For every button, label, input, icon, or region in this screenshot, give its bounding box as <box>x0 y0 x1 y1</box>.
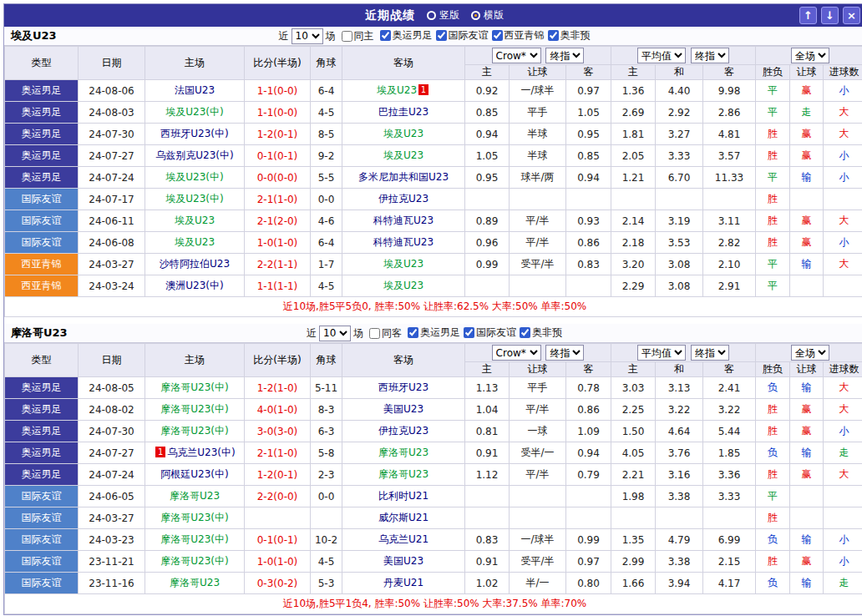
horizontal-layout-label: 横版 <box>484 8 504 23</box>
handicap-result-cell: 赢 <box>790 210 824 232</box>
same-side-checkbox-input[interactable] <box>342 31 352 42</box>
odds-away-cell <box>566 275 611 297</box>
league-filter-checkbox-input[interactable] <box>408 327 418 338</box>
col-header-avg-home: 主 <box>611 362 656 377</box>
team-name-text: 埃及U23 <box>383 128 423 139</box>
red-card-badge: 1 <box>155 447 165 457</box>
close-button[interactable]: × <box>843 7 860 24</box>
handicap-result-cell <box>790 275 824 297</box>
league-filter-checkbox[interactable]: 西亚青锦 <box>489 28 545 43</box>
avg-source-select[interactable]: 平均值 <box>637 48 686 63</box>
corner-cell: 4-6 <box>311 210 342 232</box>
avg-home-cell: 1.66 <box>611 573 656 594</box>
team-name-text: 埃及U23 <box>383 258 423 270</box>
league-filter-checkbox-input[interactable] <box>464 327 474 338</box>
corner-cell: 6-3 <box>311 421 342 442</box>
league-filter-checkbox[interactable]: 国际友谊 <box>433 28 489 43</box>
league-type-cell: 国际友谊 <box>5 551 79 573</box>
avg-draw-cell: 3.94 <box>656 573 703 594</box>
avg-home-cell: 2.18 <box>611 232 656 254</box>
match-count-select[interactable]: 10 <box>292 28 323 44</box>
avg-away-cell: 3.36 <box>703 464 756 486</box>
handicap-result-cell: 输 <box>790 254 824 275</box>
avg-home-cell: 2.05 <box>611 145 656 167</box>
away-team-cell: 比利时U21 <box>342 486 465 507</box>
avg-away-cell: 2.86 <box>703 102 756 124</box>
fulltime-select[interactable]: 全场 <box>791 345 829 361</box>
league-filter-checkbox-input[interactable] <box>520 327 530 338</box>
odds-final-select[interactable]: 终指 <box>545 48 584 63</box>
avg-draw-cell: 3.33 <box>656 145 703 167</box>
league-filter-checkbox-input[interactable] <box>548 30 559 41</box>
team-name: 摩洛哥U23 <box>11 326 68 341</box>
avg-draw-cell: 3.19 <box>656 210 703 232</box>
score-cell: 0-1(0-1) <box>245 145 311 167</box>
match-row: 奥运男足24-08-06法国U231-1(0-0)6-4埃及U2310.92一/… <box>5 80 862 102</box>
col-header-odds-handicap: 让球 <box>510 362 566 377</box>
avg-away-cell: 3.22 <box>703 399 756 421</box>
date-cell: 24-08-02 <box>79 399 145 421</box>
move-up-button[interactable]: ↑ <box>799 7 817 24</box>
avg-draw-cell: 3.27 <box>656 124 703 145</box>
avg-away-cell: 2.10 <box>703 254 756 275</box>
league-filter-checkbox-input[interactable] <box>380 30 391 41</box>
same-side-checkbox[interactable]: 同主 <box>338 29 374 43</box>
home-team-cell: 摩洛哥U23(中) <box>145 529 245 551</box>
league-filter-checkbox[interactable]: 国际友谊 <box>460 326 516 340</box>
away-team-cell: 埃及U23 <box>342 275 465 297</box>
radio-circle-icon <box>427 11 436 20</box>
league-filter-checkbox[interactable]: 奥运男足 <box>377 28 433 43</box>
match-row: 奥运男足24-07-27乌兹别克U23(中)0-1(0-1)9-2埃及U231.… <box>5 145 862 167</box>
home-team-cell: 埃及U23(中) <box>145 102 245 124</box>
avg-away-cell: 6.99 <box>703 529 756 551</box>
odds-final-select[interactable]: 终指 <box>545 345 584 361</box>
odds-handicap-cell: 半球 <box>510 124 566 145</box>
odds-handicap-cell: 半/一 <box>510 573 566 594</box>
league-type-cell: 奥运男足 <box>5 421 79 442</box>
handicap-result-cell: 赢 <box>790 80 824 102</box>
avg-away-cell: 4.81 <box>703 124 756 145</box>
avg-source-select[interactable]: 平均值 <box>637 345 686 361</box>
odds-home-cell <box>465 275 510 297</box>
odds-handicap-cell: 平手 <box>510 377 566 399</box>
goals-count-cell: 大 <box>824 377 862 399</box>
league-filter-checkbox[interactable]: 奥运男足 <box>404 326 460 340</box>
avg-final-select[interactable]: 终指 <box>691 345 729 361</box>
odds-away-cell: 0.86 <box>566 232 611 254</box>
odds-handicap-cell: 半球 <box>510 145 566 167</box>
odds-source-select[interactable]: Crow* <box>492 48 541 63</box>
avg-away-cell: 4.17 <box>703 573 756 594</box>
corner-cell: 8-5 <box>311 124 342 145</box>
odds-home-cell: 0.99 <box>465 254 510 275</box>
odds-source-select[interactable]: Crow* <box>492 345 541 361</box>
summary-text: 近10场,胜5平5负0, 胜率:50% 让胜率:62.5% 大率:50% 单率:… <box>5 297 862 317</box>
odds-handicap-cell: 平/半 <box>510 399 566 421</box>
score-cell: 1-1(1-1) <box>245 275 311 297</box>
league-filter-checkbox-input[interactable] <box>436 30 447 41</box>
league-filter-label: 奥非预 <box>532 326 562 340</box>
league-filter-checkbox[interactable]: 奥非预 <box>516 326 562 340</box>
fulltime-select[interactable]: 全场 <box>791 48 829 63</box>
avg-draw-cell: 2.92 <box>656 102 703 124</box>
date-cell: 24-03-27 <box>79 507 145 529</box>
col-header-handicap-result: 让球 <box>790 65 824 80</box>
same-side-checkbox[interactable]: 同客 <box>366 326 402 341</box>
vertical-layout-radio[interactable]: 竖版 <box>427 8 459 23</box>
horizontal-layout-radio[interactable]: 横版 <box>471 8 504 23</box>
odds-away-cell: 0.83 <box>566 254 611 275</box>
move-down-button[interactable]: ↓ <box>821 7 839 24</box>
league-filter-checkbox[interactable]: 奥非预 <box>545 28 591 43</box>
avg-away-cell: 3.33 <box>703 486 756 507</box>
odds-away-cell: 0.95 <box>566 124 611 145</box>
match-count-select[interactable]: 10 <box>319 326 351 341</box>
avg-away-cell: 2.82 <box>703 232 756 254</box>
games-label: 场 <box>353 326 363 341</box>
col-header-corner: 角球 <box>311 47 342 80</box>
avg-home-cell: 2.99 <box>611 551 656 573</box>
odds-away-cell: 0.79 <box>566 464 611 486</box>
league-type-cell: 国际友谊 <box>5 189 79 210</box>
avg-final-select[interactable]: 终指 <box>691 48 729 63</box>
odds-home-cell: 0.81 <box>465 421 510 442</box>
league-filter-checkbox-input[interactable] <box>492 30 503 41</box>
same-side-checkbox-input[interactable] <box>369 328 380 339</box>
